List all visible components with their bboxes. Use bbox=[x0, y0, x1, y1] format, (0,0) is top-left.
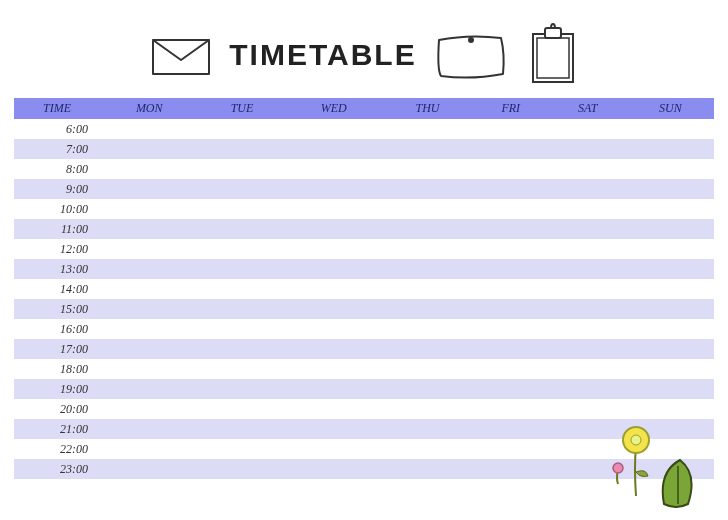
slot-cell bbox=[100, 119, 198, 139]
slot-cell bbox=[198, 299, 285, 319]
slot-cell bbox=[473, 139, 549, 159]
slot-cell bbox=[100, 219, 198, 239]
slot-cell bbox=[627, 259, 714, 279]
slot-cell bbox=[100, 259, 198, 279]
slot-cell bbox=[549, 399, 627, 419]
slot-cell bbox=[627, 239, 714, 259]
slot-cell bbox=[627, 119, 714, 139]
slot-cell bbox=[382, 159, 473, 179]
column-header: THU bbox=[382, 98, 473, 119]
svg-point-5 bbox=[631, 435, 641, 445]
slot-cell bbox=[549, 359, 627, 379]
time-cell: 11:00 bbox=[14, 219, 100, 239]
slot-cell bbox=[382, 459, 473, 479]
slot-cell bbox=[198, 179, 285, 199]
slot-cell bbox=[198, 139, 285, 159]
slot-cell bbox=[286, 259, 383, 279]
slot-cell bbox=[473, 339, 549, 359]
column-header: SAT bbox=[549, 98, 627, 119]
slot-cell bbox=[627, 159, 714, 179]
time-cell: 9:00 bbox=[14, 179, 100, 199]
slot-cell bbox=[100, 379, 198, 399]
slot-cell bbox=[627, 279, 714, 299]
slot-cell bbox=[382, 259, 473, 279]
slot-cell bbox=[198, 439, 285, 459]
slot-cell bbox=[198, 399, 285, 419]
slot-cell bbox=[286, 119, 383, 139]
time-cell: 7:00 bbox=[14, 139, 100, 159]
slot-cell bbox=[286, 359, 383, 379]
slot-cell bbox=[382, 299, 473, 319]
flower-leaf-icon bbox=[598, 418, 708, 512]
slot-cell bbox=[627, 359, 714, 379]
slot-cell bbox=[286, 459, 383, 479]
slot-cell bbox=[198, 459, 285, 479]
slot-cell bbox=[198, 239, 285, 259]
slot-cell bbox=[100, 459, 198, 479]
slot-cell bbox=[382, 199, 473, 219]
slot-cell bbox=[549, 319, 627, 339]
timetable-row: 11:00 bbox=[14, 219, 714, 239]
slot-cell bbox=[473, 459, 549, 479]
timetable-row: 7:00 bbox=[14, 139, 714, 159]
timetable-row: 6:00 bbox=[14, 119, 714, 139]
slot-cell bbox=[549, 119, 627, 139]
column-header: TIME bbox=[14, 98, 100, 119]
slot-cell bbox=[549, 159, 627, 179]
time-cell: 16:00 bbox=[14, 319, 100, 339]
slot-cell bbox=[198, 379, 285, 399]
slot-cell bbox=[286, 179, 383, 199]
time-cell: 12:00 bbox=[14, 239, 100, 259]
slot-cell bbox=[198, 199, 285, 219]
time-cell: 23:00 bbox=[14, 459, 100, 479]
slot-cell bbox=[286, 279, 383, 299]
slot-cell bbox=[198, 219, 285, 239]
slot-cell bbox=[382, 319, 473, 339]
time-cell: 6:00 bbox=[14, 119, 100, 139]
slot-cell bbox=[627, 139, 714, 159]
slot-cell bbox=[198, 359, 285, 379]
slot-cell bbox=[473, 319, 549, 339]
slot-cell bbox=[473, 219, 549, 239]
slot-cell bbox=[382, 379, 473, 399]
slot-cell bbox=[382, 279, 473, 299]
slot-cell bbox=[382, 399, 473, 419]
slot-cell bbox=[198, 119, 285, 139]
slot-cell bbox=[198, 159, 285, 179]
time-cell: 19:00 bbox=[14, 379, 100, 399]
slot-cell bbox=[627, 339, 714, 359]
slot-cell bbox=[473, 359, 549, 379]
slot-cell bbox=[286, 339, 383, 359]
slot-cell bbox=[382, 119, 473, 139]
slot-cell bbox=[198, 279, 285, 299]
slot-cell bbox=[286, 399, 383, 419]
clipboard-icon bbox=[525, 22, 581, 88]
time-cell: 8:00 bbox=[14, 159, 100, 179]
slot-cell bbox=[198, 319, 285, 339]
page-title: TIMETABLE bbox=[229, 38, 416, 72]
slot-cell bbox=[473, 179, 549, 199]
slot-cell bbox=[473, 419, 549, 439]
slot-cell bbox=[100, 139, 198, 159]
slot-cell bbox=[627, 199, 714, 219]
header: TIMETABLE bbox=[0, 0, 728, 98]
svg-rect-1 bbox=[533, 34, 573, 82]
timetable-row: 15:00 bbox=[14, 299, 714, 319]
slot-cell bbox=[100, 339, 198, 359]
slot-cell bbox=[549, 259, 627, 279]
slot-cell bbox=[286, 139, 383, 159]
slot-cell bbox=[382, 359, 473, 379]
svg-rect-3 bbox=[545, 28, 561, 38]
slot-cell bbox=[473, 379, 549, 399]
slot-cell bbox=[549, 339, 627, 359]
slot-cell bbox=[286, 219, 383, 239]
timetable-row: 20:00 bbox=[14, 399, 714, 419]
slot-cell bbox=[473, 259, 549, 279]
timetable-row: 16:00 bbox=[14, 319, 714, 339]
column-header: WED bbox=[286, 98, 383, 119]
slot-cell bbox=[473, 399, 549, 419]
slot-cell bbox=[549, 179, 627, 199]
slot-cell bbox=[382, 439, 473, 459]
slot-cell bbox=[549, 139, 627, 159]
slot-cell bbox=[382, 179, 473, 199]
